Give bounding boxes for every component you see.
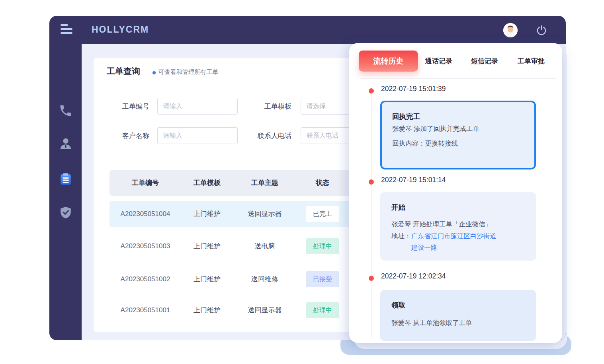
sidebar-item-work-orders[interactable] bbox=[49, 169, 82, 189]
timeline-card-title: 开始 bbox=[391, 202, 525, 212]
timeline-card-claim[interactable]: 领取 张爱琴 从工单池领取了工单 bbox=[380, 290, 536, 341]
status-badge: 处理中 bbox=[306, 238, 339, 254]
timeline-timestamp: 2022-07-19 12:02:34 bbox=[381, 272, 446, 280]
timeline-card-line: 张爱琴 添加了回执并完成工单 bbox=[392, 121, 524, 136]
timeline-card-title: 领取 bbox=[391, 300, 525, 310]
timeline-card-address: 地址： 广东省江门市蓬江区白沙街道 建设一路 bbox=[391, 230, 525, 253]
tab-call-records[interactable]: 通话记录 bbox=[425, 51, 452, 72]
sidebar bbox=[49, 44, 82, 340]
power-logout-icon[interactable] bbox=[536, 25, 547, 36]
filter-label-template: 工单模板 bbox=[217, 98, 291, 115]
col-header-subject: 工单主题 bbox=[233, 178, 297, 187]
hamburger-menu-icon[interactable] bbox=[61, 24, 74, 35]
timeline-card-receipt-complete[interactable]: 回执完工 张爱琴 添加了回执并完成工单 回执内容：更换转接线 bbox=[380, 101, 536, 169]
sidebar-item-security[interactable] bbox=[49, 203, 82, 222]
status-badge: 已完工 bbox=[306, 206, 339, 222]
status-badge: 处理中 bbox=[306, 302, 339, 318]
app-logo: HOLLYCRM bbox=[92, 24, 149, 35]
timeline-card-line: 张爱琴 开始处理工单「企业微信」 bbox=[391, 218, 525, 230]
timeline-dot-icon bbox=[369, 179, 374, 185]
security-shield-icon bbox=[59, 205, 73, 220]
address-label: 地址： bbox=[391, 230, 411, 253]
top-bar: HOLLYCRM bbox=[49, 16, 566, 44]
tab-divider bbox=[360, 78, 556, 79]
col-header-order-id: 工单编号 bbox=[109, 178, 181, 187]
detail-panel: 流转历史 通话记录 短信记录 工单审批 2022-07-19 15:01:39 … bbox=[349, 43, 562, 343]
status-badge: 已接受 bbox=[306, 271, 339, 287]
tab-sms-records[interactable]: 短信记录 bbox=[471, 51, 498, 72]
filter-label-contact-phone: 联系人电话 bbox=[217, 127, 291, 145]
tab-flow-history[interactable]: 流转历史 bbox=[359, 51, 418, 72]
timeline-card-start[interactable]: 开始 张爱琴 开始处理工单「企业微信」 地址： 广东省江门市蓬江区白沙街道 建设… bbox=[380, 192, 536, 261]
sidebar-item-phone[interactable] bbox=[49, 101, 82, 120]
timeline-card-line: 张爱琴 从工单池领取了工单 bbox=[391, 316, 525, 329]
user-avatar[interactable] bbox=[503, 23, 518, 37]
col-header-status: 状态 bbox=[297, 178, 348, 187]
timeline-dot-icon bbox=[369, 276, 374, 281]
sidebar-item-contacts[interactable] bbox=[49, 134, 82, 154]
col-header-template: 工单模板 bbox=[181, 178, 233, 187]
work-order-icon bbox=[58, 171, 73, 187]
subtitle-dot-icon bbox=[152, 71, 156, 74]
timeline-dot-icon bbox=[369, 88, 374, 93]
filter-label-order-id: 工单编号 bbox=[94, 98, 149, 115]
timeline-card-title: 回执完工 bbox=[392, 112, 524, 121]
tab-order-approval[interactable]: 工单审批 bbox=[518, 51, 545, 72]
timeline-line bbox=[371, 91, 371, 338]
page-title: 工单查询 bbox=[107, 66, 140, 77]
page-subtitle: 可查看和管理所有工单 bbox=[158, 68, 218, 76]
address-link[interactable]: 广东省江门市蓬江区白沙街道 建设一路 bbox=[411, 230, 497, 253]
contacts-icon bbox=[58, 136, 73, 152]
timeline-timestamp: 2022-07-19 15:01:39 bbox=[381, 85, 446, 93]
phone-icon bbox=[59, 103, 73, 118]
filter-label-customer: 客户名称 bbox=[94, 127, 149, 145]
timeline-card-line: 回执内容：更换转接线 bbox=[392, 136, 524, 151]
timeline-timestamp: 2022-07-19 15:01:14 bbox=[381, 176, 446, 184]
